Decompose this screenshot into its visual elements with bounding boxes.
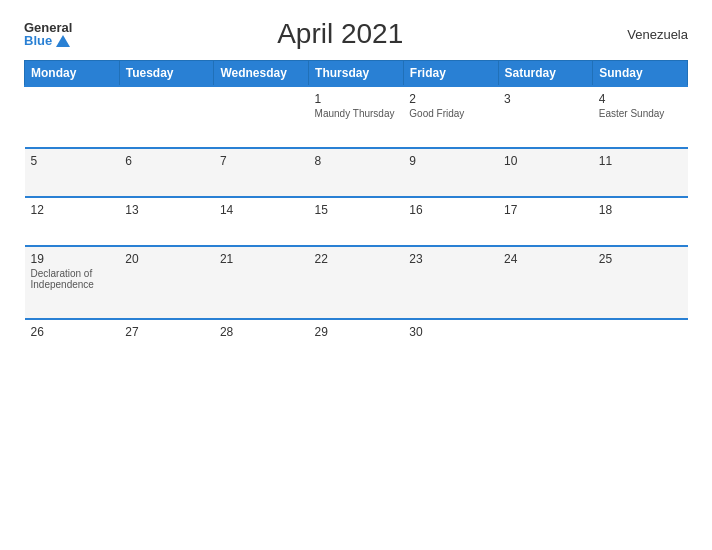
day-cell: 9	[403, 148, 498, 197]
day-cell: 13	[119, 197, 214, 246]
day-cell: 5	[25, 148, 120, 197]
day-cell: 21	[214, 246, 309, 319]
day-cell: 30	[403, 319, 498, 367]
holiday-label: Good Friday	[409, 108, 492, 119]
day-number: 24	[504, 252, 587, 266]
day-cell	[498, 319, 593, 367]
col-sunday: Sunday	[593, 61, 688, 87]
day-cell: 27	[119, 319, 214, 367]
day-cell: 3	[498, 86, 593, 148]
col-monday: Monday	[25, 61, 120, 87]
day-number: 8	[315, 154, 398, 168]
day-cell: 22	[309, 246, 404, 319]
day-number: 3	[504, 92, 587, 106]
day-cell: 15	[309, 197, 404, 246]
day-number: 13	[125, 203, 208, 217]
week-row-1: 1Maundy Thursday2Good Friday34Easter Sun…	[25, 86, 688, 148]
day-number: 23	[409, 252, 492, 266]
day-cell: 29	[309, 319, 404, 367]
col-tuesday: Tuesday	[119, 61, 214, 87]
day-cell	[25, 86, 120, 148]
week-row-5: 2627282930	[25, 319, 688, 367]
day-cell: 17	[498, 197, 593, 246]
day-number: 22	[315, 252, 398, 266]
logo-blue-container: Blue	[24, 34, 70, 47]
day-number: 26	[31, 325, 114, 339]
day-cell: 26	[25, 319, 120, 367]
logo-blue-text: Blue	[24, 34, 52, 47]
day-number: 1	[315, 92, 398, 106]
day-cell: 2Good Friday	[403, 86, 498, 148]
day-cell: 14	[214, 197, 309, 246]
day-number: 5	[31, 154, 114, 168]
country-label: Venezuela	[608, 27, 688, 42]
day-number: 6	[125, 154, 208, 168]
day-cell	[593, 319, 688, 367]
day-number: 10	[504, 154, 587, 168]
day-cell: 7	[214, 148, 309, 197]
header: General Blue April 2021 Venezuela	[24, 18, 688, 50]
day-cell	[119, 86, 214, 148]
logo: General Blue	[24, 21, 72, 47]
holiday-label: Easter Sunday	[599, 108, 682, 119]
day-number: 20	[125, 252, 208, 266]
day-number: 9	[409, 154, 492, 168]
day-number: 11	[599, 154, 682, 168]
day-number: 14	[220, 203, 303, 217]
day-cell: 10	[498, 148, 593, 197]
day-cell: 24	[498, 246, 593, 319]
calendar-table: Monday Tuesday Wednesday Thursday Friday…	[24, 60, 688, 367]
day-number: 19	[31, 252, 114, 266]
day-number: 28	[220, 325, 303, 339]
week-row-4: 19Declaration of Independence20212223242…	[25, 246, 688, 319]
week-row-2: 567891011	[25, 148, 688, 197]
day-number: 7	[220, 154, 303, 168]
header-row: Monday Tuesday Wednesday Thursday Friday…	[25, 61, 688, 87]
day-cell: 11	[593, 148, 688, 197]
day-number: 21	[220, 252, 303, 266]
day-cell: 19Declaration of Independence	[25, 246, 120, 319]
day-cell: 1Maundy Thursday	[309, 86, 404, 148]
day-cell: 25	[593, 246, 688, 319]
holiday-label: Maundy Thursday	[315, 108, 398, 119]
day-number: 18	[599, 203, 682, 217]
holiday-label: Declaration of Independence	[31, 268, 114, 290]
day-cell: 6	[119, 148, 214, 197]
day-number: 2	[409, 92, 492, 106]
day-number: 30	[409, 325, 492, 339]
day-cell: 12	[25, 197, 120, 246]
day-number: 17	[504, 203, 587, 217]
day-cell: 4Easter Sunday	[593, 86, 688, 148]
calendar-header: Monday Tuesday Wednesday Thursday Friday…	[25, 61, 688, 87]
day-cell	[214, 86, 309, 148]
day-number: 12	[31, 203, 114, 217]
col-saturday: Saturday	[498, 61, 593, 87]
day-cell: 18	[593, 197, 688, 246]
col-wednesday: Wednesday	[214, 61, 309, 87]
page: General Blue April 2021 Venezuela Monday…	[0, 0, 712, 550]
week-row-3: 12131415161718	[25, 197, 688, 246]
day-cell: 23	[403, 246, 498, 319]
logo-triangle-icon	[56, 35, 70, 47]
day-number: 27	[125, 325, 208, 339]
day-cell: 20	[119, 246, 214, 319]
day-number: 29	[315, 325, 398, 339]
calendar-body: 1Maundy Thursday2Good Friday34Easter Sun…	[25, 86, 688, 367]
day-number: 16	[409, 203, 492, 217]
day-number: 15	[315, 203, 398, 217]
day-number: 25	[599, 252, 682, 266]
col-thursday: Thursday	[309, 61, 404, 87]
day-cell: 28	[214, 319, 309, 367]
col-friday: Friday	[403, 61, 498, 87]
day-cell: 8	[309, 148, 404, 197]
day-number: 4	[599, 92, 682, 106]
month-title: April 2021	[72, 18, 608, 50]
day-cell: 16	[403, 197, 498, 246]
